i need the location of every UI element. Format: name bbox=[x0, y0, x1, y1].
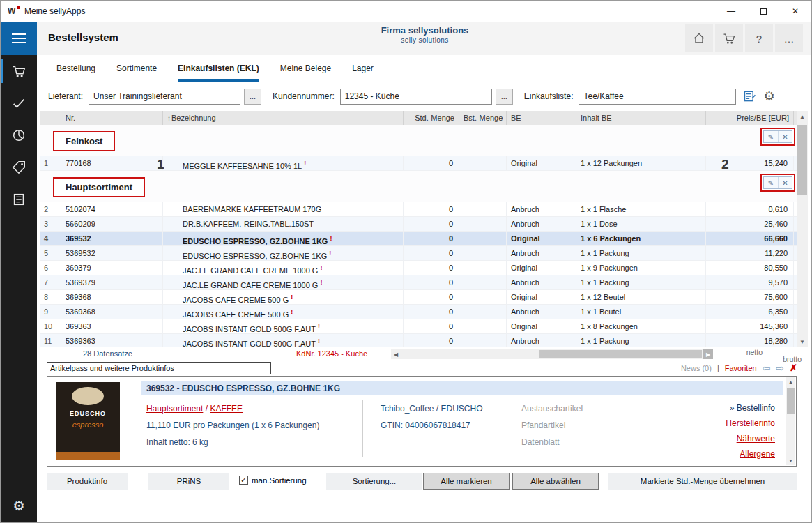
table-row[interactable]: 115369363JACOBS INSTANT GOLD 500G F.AUT!… bbox=[40, 334, 797, 347]
cell-bst-menge[interactable] bbox=[459, 305, 507, 319]
cell-bst-menge[interactable] bbox=[459, 156, 507, 170]
scroll-right-icon[interactable]: ▶ bbox=[703, 349, 713, 359]
header-rownum[interactable] bbox=[40, 111, 61, 125]
header-preis[interactable]: Preis/BE [EUR] bbox=[706, 111, 794, 125]
cell-bst-menge[interactable] bbox=[459, 334, 507, 347]
kundennummer-input[interactable] bbox=[340, 89, 492, 105]
table-row[interactable]: 35660209DR.B.KAFFEEM.-REING.TABL.150ST0A… bbox=[40, 217, 797, 232]
cart-button[interactable] bbox=[715, 24, 743, 52]
cell-std-menge[interactable]: 0 bbox=[404, 202, 459, 216]
table-row[interactable]: 8369368JACOBS CAFE CREME 500 G!0Original… bbox=[40, 290, 797, 305]
table-row[interactable]: 95369368JACOBS CAFE CREME 500 G!0Anbruch… bbox=[40, 305, 797, 319]
allergene-link[interactable]: Allergene bbox=[726, 446, 775, 462]
naehrwerte-link[interactable]: Nährwerte bbox=[726, 431, 775, 446]
list-edit-icon[interactable] bbox=[743, 89, 757, 103]
cell-bst-menge[interactable] bbox=[459, 261, 507, 275]
cell-bst-menge[interactable] bbox=[459, 319, 507, 333]
favoriten-link[interactable]: Favoriten bbox=[725, 364, 757, 372]
alle-abwaehlen-button[interactable]: Alle abwählen bbox=[512, 473, 599, 490]
horizontal-scrollbar[interactable]: ◀ ▶ bbox=[391, 349, 713, 359]
cell-bst-menge[interactable] bbox=[459, 290, 507, 304]
header-inhalt-be[interactable]: Inhalt BE bbox=[576, 111, 706, 125]
prins-button[interactable]: PRiNS bbox=[148, 473, 229, 490]
lieferant-more-button[interactable]: ... bbox=[244, 89, 261, 105]
checkbox-checked-icon[interactable]: ✓ bbox=[239, 476, 248, 485]
tab-meine-belege[interactable]: Meine Belege bbox=[280, 63, 331, 82]
cell-bst-menge[interactable] bbox=[459, 202, 507, 216]
table-row[interactable]: 55369532EDUSCHO ESPRESSO, GZ.BOHNE 1KG!0… bbox=[40, 246, 797, 261]
produktinfo-combobox[interactable] bbox=[47, 362, 271, 374]
cell-std-menge[interactable]: 0 bbox=[404, 334, 459, 347]
scroll-up-icon[interactable]: ▲ bbox=[797, 111, 808, 122]
cell-std-menge[interactable]: 0 bbox=[404, 319, 459, 333]
panel-scroll-down-icon[interactable]: ▼ bbox=[786, 456, 795, 465]
cell-std-menge[interactable]: 0 bbox=[404, 275, 459, 289]
sidebar-item-kataloge[interactable] bbox=[1, 183, 37, 215]
produktinfo-button[interactable]: Produktinfo bbox=[47, 473, 128, 490]
next-article-icon[interactable]: ⇨ bbox=[776, 363, 784, 373]
table-row[interactable]: 4369532EDUSCHO ESPRESSO, GZ.BOHNE 1KG!0O… bbox=[40, 232, 797, 246]
delete-group-icon[interactable]: ✕ bbox=[778, 177, 792, 188]
table-row[interactable]: 6369379JAC.LE GRAND CAFE CREME 1000 G!0O… bbox=[40, 261, 797, 275]
statistik-link[interactable]: Statistik bbox=[726, 462, 775, 467]
man-sortierung-checkbox[interactable]: ✓ man.Sortierung bbox=[239, 476, 307, 485]
einkaufsliste-input[interactable] bbox=[579, 89, 736, 105]
lieferant-input[interactable] bbox=[89, 89, 240, 105]
header-be[interactable]: BE bbox=[507, 111, 576, 125]
panel-scroll-up-icon[interactable]: ▲ bbox=[786, 377, 795, 386]
news-link[interactable]: News (0) bbox=[681, 364, 712, 372]
header-std-menge[interactable]: Std.-Menge bbox=[404, 111, 459, 125]
hscrollbar-thumb[interactable] bbox=[539, 350, 702, 358]
bestellinfo-link[interactable]: » Bestellinfo bbox=[726, 400, 775, 416]
cell-std-menge[interactable]: 0 bbox=[404, 305, 459, 319]
cell-std-menge[interactable]: 0 bbox=[404, 156, 459, 170]
cell-bst-menge[interactable] bbox=[459, 232, 507, 245]
scroll-left-icon[interactable]: ◀ bbox=[391, 349, 401, 359]
settings-button[interactable]: ⚙ bbox=[1, 490, 37, 521]
sidebar-item-bestellsystem[interactable] bbox=[1, 55, 37, 87]
kundennummer-more-button[interactable]: ... bbox=[496, 89, 513, 105]
table-row[interactable]: 10369363JACOBS INSTANT GOLD 500G F.AUT!0… bbox=[40, 319, 797, 334]
tab-sortimente[interactable]: Sortimente bbox=[116, 63, 157, 82]
maximize-button[interactable] bbox=[747, 1, 779, 22]
edit-group-icon[interactable]: ✎ bbox=[764, 131, 778, 142]
cell-std-menge[interactable]: 0 bbox=[404, 246, 459, 260]
sidebar-item-statistik[interactable] bbox=[1, 119, 37, 151]
cell-bst-menge[interactable] bbox=[459, 275, 507, 289]
cell-std-menge[interactable]: 0 bbox=[404, 232, 459, 245]
delete-group-icon[interactable]: ✕ bbox=[778, 131, 792, 142]
header-bezeichnung[interactable]: ↑Bezeichnung bbox=[163, 111, 404, 125]
tab-einkaufslisten[interactable]: Einkaufslisten (EKL) bbox=[178, 63, 259, 82]
sidebar-item-aufgaben[interactable] bbox=[1, 87, 37, 119]
close-button[interactable]: ✕ bbox=[779, 1, 811, 22]
menu-button[interactable] bbox=[1, 22, 37, 55]
table-scrollbar[interactable]: ▲ ▼ bbox=[797, 111, 808, 347]
table-row[interactable]: 75369379JAC.LE GRAND CAFE CREME 1000 G!0… bbox=[40, 275, 797, 290]
table-row[interactable]: 1770168MEGGLE KAFFEESAHNE 10% 1L!0Origin… bbox=[40, 156, 797, 171]
cell-std-menge[interactable]: 0 bbox=[404, 217, 459, 231]
std-menge-uebernehmen-button[interactable]: Markierte Std.-Menge übernehmen bbox=[608, 473, 797, 490]
header-bst-menge[interactable]: Bst.-Menge bbox=[459, 111, 507, 125]
header-nr[interactable]: Nr. bbox=[61, 111, 163, 125]
netto-label[interactable]: netto bbox=[746, 348, 763, 356]
minimize-button[interactable]: — bbox=[715, 1, 747, 22]
sortierung-button[interactable]: Sortierung... bbox=[326, 473, 422, 490]
panel-scrollbar-thumb[interactable] bbox=[787, 388, 795, 414]
edit-group-icon[interactable]: ✎ bbox=[764, 177, 778, 188]
cell-bst-menge[interactable] bbox=[459, 246, 507, 260]
alle-markieren-button[interactable]: Alle markieren bbox=[423, 473, 510, 490]
sidebar-item-angebote[interactable] bbox=[1, 151, 37, 183]
scroll-down-icon[interactable]: ▼ bbox=[797, 336, 808, 347]
prev-article-icon[interactable]: ⇦ bbox=[763, 363, 771, 373]
close-product-info-icon[interactable]: ✗ bbox=[790, 363, 797, 373]
list-settings-icon[interactable]: ⚙ bbox=[763, 89, 774, 104]
help-button[interactable]: ? bbox=[745, 24, 773, 52]
herstellerinfo-link[interactable]: Herstellerinfo bbox=[726, 416, 775, 431]
cell-bst-menge[interactable] bbox=[459, 217, 507, 231]
product-image[interactable]: EDUSCHO espresso bbox=[56, 382, 120, 460]
table-row[interactable]: 25102074BAERENMARKE KAFFEETRAUM 170G0Anb… bbox=[40, 202, 797, 217]
tab-bestellung[interactable]: Bestellung bbox=[56, 63, 95, 82]
panel-scrollbar[interactable]: ▲ ▼ bbox=[786, 377, 795, 465]
tab-lager[interactable]: Lager bbox=[352, 63, 374, 82]
warengruppe-link[interactable]: KAFFEE bbox=[210, 404, 243, 414]
